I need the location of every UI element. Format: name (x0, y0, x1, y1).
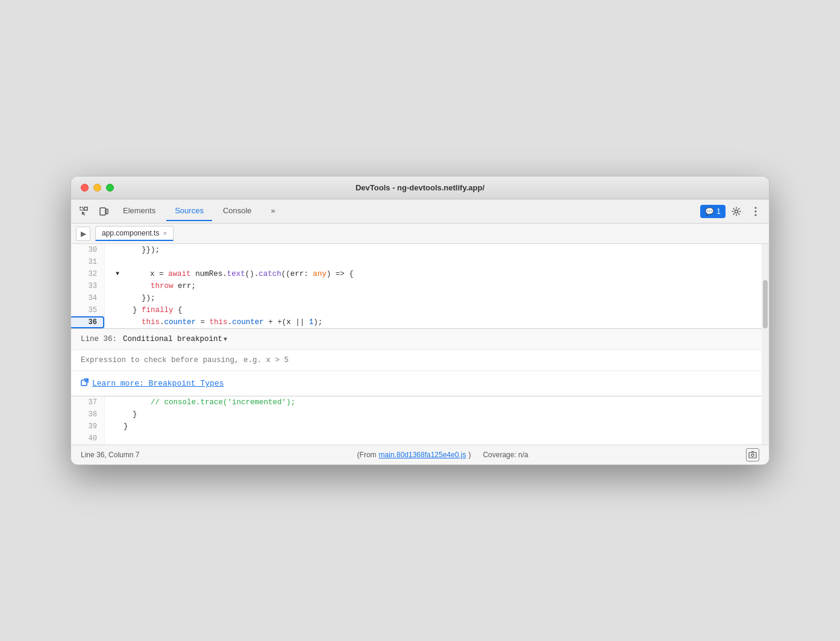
sidebar-toggle-icon: ▶ (81, 230, 86, 238)
code-line-38: 38 } (71, 408, 762, 421)
maximize-button[interactable] (106, 184, 114, 192)
console-icon: 💬 (705, 207, 714, 216)
code-line-37: 37 // console.trace('incremented'); (71, 396, 762, 408)
minimize-button[interactable] (93, 184, 101, 192)
window-title: DevTools - ng-devtools.netlify.app/ (356, 183, 484, 192)
right-icons: 💬 1 (700, 203, 764, 220)
code-line-40: 40 (71, 433, 762, 445)
learn-more-link[interactable]: Learn more: Breakpoint Types (92, 379, 224, 388)
code-line-30: 30 }}); (71, 244, 762, 256)
file-tab-close[interactable]: × (163, 230, 166, 237)
cursor-icon-button[interactable] (76, 203, 93, 220)
close-paren: ) (468, 451, 471, 459)
file-tab-name: app.component.ts (102, 229, 159, 237)
code-line-33: 33 throw err; (71, 280, 762, 292)
code-line-39: 39 } (71, 421, 762, 433)
svg-rect-2 (100, 208, 105, 215)
svg-rect-9 (749, 452, 756, 458)
svg-rect-1 (84, 207, 87, 210)
status-right (746, 448, 759, 461)
more-options-button[interactable] (747, 203, 764, 220)
breakpoint-line-label: Line 36: (81, 335, 117, 343)
breakpoint-popup: Line 36: Conditional breakpoint ▼ (71, 328, 762, 396)
traffic-lights (81, 184, 114, 192)
svg-point-4 (735, 210, 738, 213)
svg-point-7 (755, 214, 757, 216)
settings-button[interactable] (728, 203, 745, 220)
tab-more[interactable]: » (263, 201, 284, 221)
code-line-32: 32 ▼ x = await numRes.text().catch((err:… (71, 268, 762, 280)
svg-rect-0 (80, 207, 83, 210)
breakpoint-line-num: 36 (71, 316, 105, 328)
scrollbar[interactable] (762, 244, 769, 445)
file-tabbar: ▶ app.component.ts × (71, 224, 769, 244)
tab-sources[interactable]: Sources (166, 201, 212, 221)
file-tab-app-component[interactable]: app.component.ts × (95, 226, 174, 241)
svg-point-6 (755, 210, 757, 212)
sidebar-toggle[interactable]: ▶ (76, 227, 90, 241)
devtools-tabbar: Elements Sources Console » 💬 1 (71, 199, 769, 224)
svg-point-5 (755, 207, 757, 208)
screenshot-button[interactable] (746, 448, 759, 461)
status-center: (From main.80d1368fa125e4e0.js ) Coverag… (139, 451, 746, 459)
from-label: (From (357, 451, 377, 459)
breakpoint-type-dropdown[interactable]: ▼ (224, 336, 227, 343)
code-line-31: 31 (71, 256, 762, 268)
tab-console[interactable]: Console (215, 201, 260, 221)
source-file-link[interactable]: main.80d1368fa125e4e0.js (379, 451, 466, 459)
code-line-35: 35 } finally { (71, 304, 762, 316)
devtools-window: DevTools - ng-devtools.netlify.app/ Elem… (71, 176, 769, 465)
console-messages-badge[interactable]: 💬 1 (700, 205, 726, 218)
cursor-position: Line 36, Column 7 (81, 451, 139, 459)
code-line-34: 34 }); (71, 292, 762, 304)
code-editor: 30 }}); 31 32 ▼ x = await numRes.text().… (71, 244, 762, 445)
svg-rect-3 (106, 209, 108, 214)
close-button[interactable] (81, 184, 89, 192)
svg-point-10 (751, 454, 754, 456)
code-line-36[interactable]: 36 this.counter = this.counter + +(x || … (71, 316, 762, 328)
device-icon-button[interactable] (95, 203, 112, 220)
external-link-icon (81, 378, 89, 389)
breakpoint-expression-input[interactable] (81, 356, 752, 364)
coverage-label: Coverage: n/a (483, 451, 528, 459)
tab-elements[interactable]: Elements (114, 201, 164, 221)
scrollbar-thumb[interactable] (763, 280, 768, 328)
title-bar: DevTools - ng-devtools.netlify.app/ (71, 177, 769, 199)
breakpoint-type-label: Conditional breakpoint (123, 335, 222, 343)
status-bar: Line 36, Column 7 (From main.80d1368fa12… (71, 445, 769, 464)
